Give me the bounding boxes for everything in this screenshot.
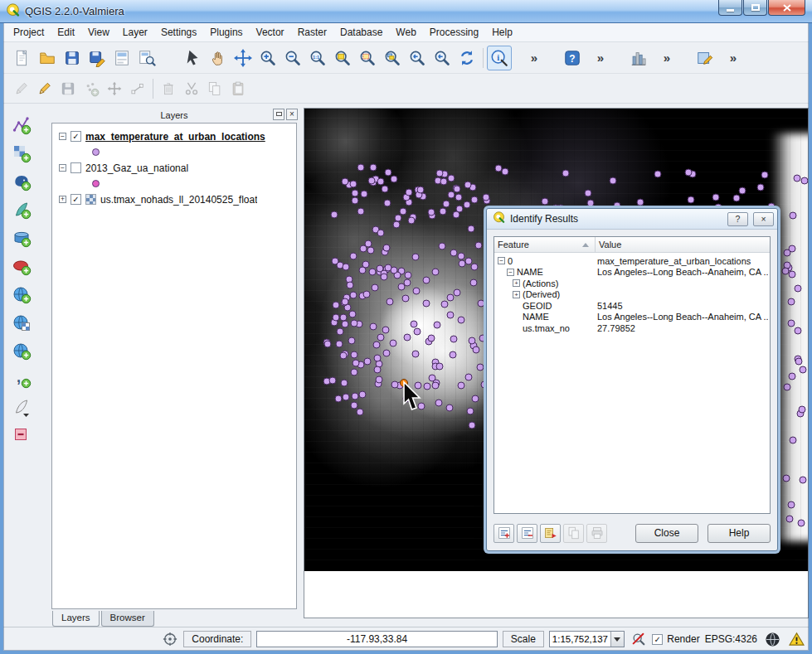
tab-browser[interactable]: Browser — [101, 611, 154, 627]
messages-warning-button[interactable] — [787, 630, 805, 648]
dialog-close-button[interactable]: × — [753, 212, 774, 226]
add-raster-layer-button[interactable] — [8, 141, 35, 166]
add-wcs-layer-button[interactable] — [8, 310, 35, 335]
touch-zoom-button[interactable] — [181, 46, 206, 70]
help-button[interactable]: ? — [560, 46, 585, 70]
add-wfs-layer-button[interactable] — [8, 338, 35, 363]
raster-overflow-button[interactable]: » — [654, 46, 679, 70]
zoom-out-button[interactable] — [280, 46, 305, 70]
raster-histogram-button[interactable] — [626, 46, 651, 70]
title-bar[interactable]: QGIS 2.2.0-Valmiera — [0, 0, 812, 23]
toggle-editing-button[interactable] — [33, 77, 56, 100]
close-button-dialog[interactable]: Close — [635, 524, 698, 543]
node-tool-button[interactable] — [126, 77, 149, 100]
copy-features-button[interactable] — [203, 77, 226, 100]
new-project-button[interactable] — [10, 46, 35, 70]
layer-item[interactable]: −2013_Gaz_ua_national — [52, 159, 296, 177]
render-checkbox[interactable]: ✓ — [652, 634, 663, 645]
new-composer-button[interactable] — [109, 46, 134, 70]
move-feature-button[interactable] — [103, 77, 126, 100]
collapse-icon[interactable]: − — [507, 269, 514, 276]
add-delimited-text-button[interactable]: , — [8, 366, 35, 391]
maximize-button[interactable] — [743, 0, 767, 16]
menu-help[interactable]: Help — [485, 24, 519, 41]
add-spatialite-layer-button[interactable] — [8, 197, 35, 222]
paste-features-button[interactable] — [226, 77, 250, 100]
copy-feature-button[interactable] — [563, 524, 584, 543]
save-project-button[interactable] — [60, 46, 85, 70]
stop-rendering-icon[interactable] — [630, 630, 647, 648]
expand-icon[interactable]: + — [59, 196, 66, 203]
menu-edit[interactable]: Edit — [51, 24, 81, 41]
current-edits-button[interactable] — [10, 77, 33, 100]
menu-vector[interactable]: Vector — [250, 24, 291, 41]
help-overflow-button[interactable]: » — [588, 46, 613, 70]
add-oracle-layer-button[interactable] — [8, 254, 35, 279]
expand-icon[interactable]: + — [513, 279, 520, 287]
scale-combobox[interactable]: 1:15,752,137 — [549, 631, 625, 647]
dialog-title-bar[interactable]: Identify Results ? × — [487, 209, 777, 230]
composer-manager-button[interactable] — [134, 46, 159, 70]
result-row[interactable]: −NAMELos Angeles--Long Beach--Anaheim, C… — [494, 267, 770, 279]
delete-selected-button[interactable] — [157, 77, 180, 100]
scale-dropdown-arrow[interactable] — [610, 632, 624, 647]
collapse-tree-button[interactable] — [517, 524, 537, 543]
coordinate-input[interactable] — [256, 631, 497, 647]
remove-layer-button[interactable] — [8, 423, 35, 448]
layer-visibility-checkbox[interactable] — [71, 162, 81, 173]
layer-name[interactable]: 2013_Gaz_ua_national — [85, 162, 188, 174]
feature-column-header[interactable]: Feature — [494, 237, 596, 252]
menu-plugins[interactable]: Plugins — [203, 24, 249, 41]
cut-features-button[interactable] — [180, 77, 203, 100]
result-row[interactable]: +(Actions) — [494, 278, 770, 289]
identify-button[interactable]: i — [487, 46, 512, 70]
pan-to-selection-button[interactable] — [231, 46, 255, 70]
result-row[interactable]: NAMELos Angeles--Long Beach--Anaheim, CA… — [494, 312, 770, 323]
menu-view[interactable]: View — [81, 24, 116, 41]
mouse-position-tracker-button[interactable] — [161, 630, 178, 648]
zoom-next-button[interactable] — [430, 46, 455, 70]
dialog-help-button[interactable]: ? — [727, 212, 748, 226]
collapse-icon[interactable]: − — [498, 257, 505, 264]
zoom-last-button[interactable] — [405, 46, 430, 70]
menu-database[interactable]: Database — [333, 24, 389, 41]
result-row[interactable]: −0max_temperature_at_urban_locations — [494, 255, 770, 267]
collapse-icon[interactable]: − — [59, 133, 66, 140]
result-row[interactable]: us.tmax_no27.79852 — [494, 322, 770, 334]
add-postgis-layer-button[interactable] — [8, 169, 35, 194]
minimize-button[interactable] — [718, 0, 742, 16]
digitizing-overflow-button[interactable]: » — [721, 46, 746, 70]
collapse-icon[interactable]: − — [59, 164, 66, 172]
panel-close-button[interactable]: × — [286, 109, 298, 120]
layer-name[interactable]: us.tmax_nohads_ll_20140525_float — [100, 194, 257, 206]
result-row[interactable]: GEOID51445 — [494, 300, 770, 312]
close-button[interactable] — [768, 0, 805, 16]
menu-layer[interactable]: Layer — [116, 24, 154, 41]
zoom-to-layer-button[interactable] — [380, 46, 405, 70]
result-row[interactable]: +(Derived) — [494, 289, 770, 301]
save-project-as-button[interactable] — [85, 46, 109, 70]
expand-new-results-button[interactable] — [540, 524, 561, 543]
add-vector-layer-button[interactable] — [8, 113, 35, 138]
expand-tree-button[interactable] — [494, 524, 514, 543]
help-button-dialog[interactable]: Help — [707, 524, 771, 543]
new-shapefile-button[interactable] — [8, 395, 35, 419]
attributes-overflow-button[interactable]: » — [522, 46, 547, 70]
panel-float-button[interactable] — [273, 109, 284, 120]
save-layer-edits-button[interactable] — [56, 77, 80, 100]
tab-layers[interactable]: Layers — [52, 611, 100, 627]
add-mssql-layer-button[interactable] — [8, 225, 35, 250]
crs-status-button[interactable] — [763, 630, 781, 648]
menu-web[interactable]: Web — [389, 24, 422, 41]
add-feature-button[interactable] — [80, 77, 103, 100]
menu-project[interactable]: Project — [7, 24, 51, 41]
menu-settings[interactable]: Settings — [154, 24, 203, 41]
zoom-to-selection-button[interactable] — [355, 46, 380, 70]
pan-map-button[interactable] — [206, 46, 231, 70]
add-wms-layer-button[interactable] — [8, 282, 35, 307]
layer-item[interactable]: +✓us.tmax_nohads_ll_20140525_float — [52, 191, 296, 208]
value-column-header[interactable]: Value — [596, 237, 770, 252]
zoom-full-button[interactable] — [330, 46, 355, 70]
advanced-digitizing-button[interactable] — [693, 46, 717, 70]
layer-item[interactable]: −✓max_temperature_at_urban_locations — [52, 128, 296, 145]
